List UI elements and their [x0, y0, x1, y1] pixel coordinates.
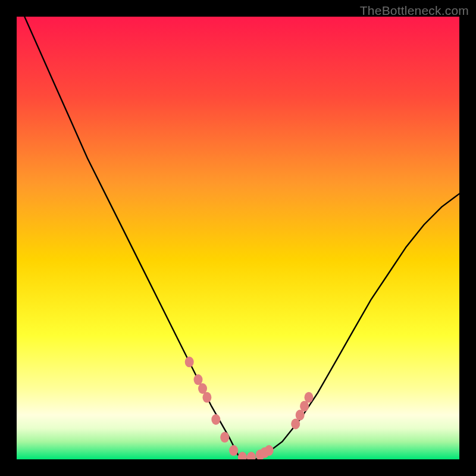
highlight-dot: [202, 392, 211, 403]
highlight-dot: [194, 374, 203, 385]
highlight-dot: [305, 392, 314, 403]
chart-frame: [17, 17, 459, 459]
highlight-dot: [220, 432, 229, 443]
gradient-background: [17, 17, 459, 459]
attribution-text: TheBottleneck.com: [360, 4, 469, 18]
highlight-dot: [229, 445, 238, 456]
highlight-dot: [291, 419, 300, 430]
highlight-dot: [265, 445, 274, 456]
bottleneck-chart: [17, 17, 459, 459]
highlight-dot: [211, 414, 220, 425]
highlight-dot: [185, 356, 194, 367]
